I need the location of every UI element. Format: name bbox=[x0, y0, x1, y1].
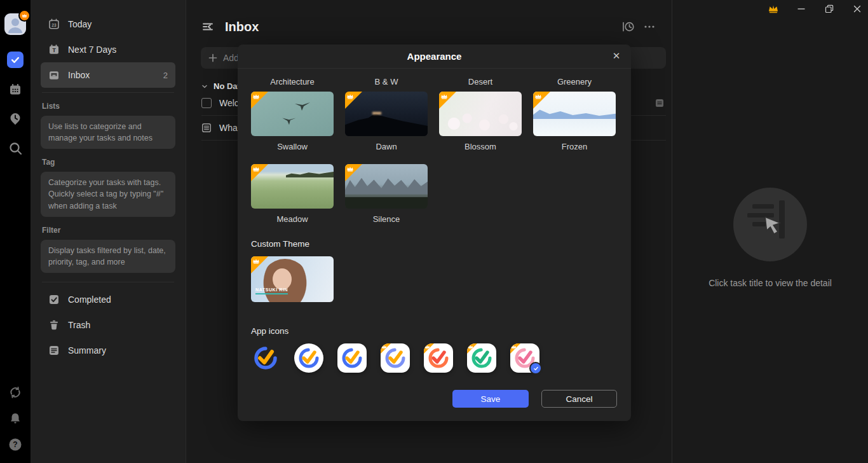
calendar-week-icon: T bbox=[48, 44, 60, 55]
premium-crown-icon[interactable] bbox=[765, 2, 782, 16]
sidebar-item-label: Today bbox=[68, 19, 92, 29]
dialog-title: Appearance bbox=[407, 51, 462, 62]
theme-name: Swallow bbox=[251, 142, 334, 151]
theme-option-meadow[interactable]: Meadow bbox=[251, 164, 334, 224]
note-icon bbox=[201, 123, 212, 133]
filter-tip: Display tasks filtered by list, date, pr… bbox=[41, 240, 175, 273]
bird-icon bbox=[281, 116, 297, 126]
theme-name: Meadow bbox=[251, 214, 334, 224]
bell-icon[interactable] bbox=[8, 411, 23, 426]
app-icon-option-pink-premium-selected[interactable] bbox=[510, 343, 539, 373]
section-header-filter: Filter bbox=[41, 226, 175, 235]
theme-name: Silence bbox=[345, 214, 428, 224]
theme-name: Dawn bbox=[345, 142, 428, 151]
sidebar-item-label: Summary bbox=[68, 345, 106, 356]
sidebar-item-next7days[interactable]: T Next 7 Days bbox=[41, 37, 175, 62]
theme-caption-row: Architecture B & W Desert Greenery bbox=[251, 77, 618, 86]
section-header-tag: Tag bbox=[41, 158, 175, 167]
task-detail-panel: Click task title to view the detail bbox=[672, 0, 868, 463]
theme-caption[interactable]: Architecture bbox=[251, 77, 334, 86]
sidebar-item-label: Next 7 Days bbox=[68, 45, 116, 55]
cancel-button[interactable]: Cancel bbox=[541, 390, 617, 408]
sidebar-item-trash[interactable]: Trash bbox=[41, 312, 175, 338]
theme-option-blossom[interactable]: Blossom bbox=[439, 92, 522, 151]
selected-check-badge bbox=[529, 362, 542, 375]
dialog-body: Architecture B & W Desert Greenery Swall… bbox=[238, 77, 631, 408]
restore-icon[interactable] bbox=[821, 2, 837, 16]
cursor-icon bbox=[764, 216, 783, 237]
sidebar-item-summary[interactable]: Summary bbox=[41, 338, 175, 363]
chevron-down-icon bbox=[201, 83, 208, 90]
sidebar-divider bbox=[42, 282, 174, 282]
app-icon-option-plain[interactable] bbox=[251, 343, 280, 373]
theme-option-swallow[interactable]: Swallow bbox=[251, 92, 334, 151]
theme-grid: Swallow Dawn Blossom Frozen bbox=[251, 92, 618, 224]
more-options-icon[interactable] bbox=[643, 20, 656, 33]
sidebar-divider bbox=[42, 92, 174, 93]
theme-option-silence[interactable]: Silence bbox=[345, 164, 428, 224]
sidebar: 23 Today T Next 7 Days Inbox 2 Lists Us bbox=[31, 0, 186, 463]
completed-icon bbox=[48, 294, 60, 305]
premium-crown-icon bbox=[251, 256, 268, 273]
collapse-sidebar-icon[interactable] bbox=[201, 20, 214, 33]
crown-badge-icon bbox=[18, 10, 31, 22]
app-icon-option-orange-premium[interactable] bbox=[424, 343, 453, 373]
app-icon-option-circle-blue[interactable] bbox=[294, 343, 323, 373]
calendar-nav-icon[interactable] bbox=[8, 82, 23, 97]
help-icon[interactable]: ? bbox=[8, 437, 23, 452]
premium-crown-icon bbox=[439, 92, 456, 109]
svg-text:?: ? bbox=[13, 440, 17, 449]
sync-icon[interactable] bbox=[8, 385, 23, 400]
tag-tip: Categorize your tasks with tags. Quickly… bbox=[41, 172, 175, 216]
custom-theme-option[interactable]: NATSUKI RIN bbox=[251, 256, 334, 302]
app-icon-option-blue[interactable] bbox=[337, 343, 367, 373]
sidebar-item-today[interactable]: 23 Today bbox=[41, 11, 175, 37]
search-icon[interactable] bbox=[8, 141, 23, 156]
focus-nav-icon[interactable] bbox=[8, 111, 23, 127]
activity-icon[interactable] bbox=[621, 20, 635, 34]
theme-option-frozen[interactable]: Frozen bbox=[533, 92, 616, 151]
app-icons-row bbox=[251, 343, 618, 373]
sidebar-item-inbox[interactable]: Inbox 2 bbox=[41, 62, 175, 88]
close-icon[interactable] bbox=[849, 2, 865, 16]
lists-tip: Use lists to categorize and manage your … bbox=[41, 116, 175, 149]
theme-name: Frozen bbox=[533, 142, 616, 151]
minimize-icon[interactable] bbox=[793, 2, 810, 16]
trash-icon bbox=[48, 319, 60, 331]
theme-name: Blossom bbox=[439, 142, 522, 151]
app-icon-option-green-premium[interactable] bbox=[467, 343, 496, 373]
task-title: Welc bbox=[219, 98, 239, 108]
section-header-lists: Lists bbox=[41, 102, 175, 111]
theme-option-dawn[interactable]: Dawn bbox=[345, 92, 428, 151]
task-note-indicator-icon bbox=[655, 99, 664, 107]
dialog-close-icon[interactable]: ✕ bbox=[610, 50, 623, 62]
sidebar-item-completed[interactable]: Completed bbox=[41, 287, 175, 312]
theme-caption[interactable]: Desert bbox=[439, 77, 522, 86]
tasks-nav-icon[interactable] bbox=[7, 52, 24, 68]
theme-caption[interactable]: B & W bbox=[345, 77, 428, 86]
avatar[interactable] bbox=[4, 13, 26, 35]
custom-theme-label: Custom Theme bbox=[251, 239, 618, 249]
premium-crown-icon bbox=[345, 164, 362, 181]
task-checkbox[interactable] bbox=[201, 98, 212, 108]
inbox-icon bbox=[48, 69, 60, 81]
summary-icon bbox=[48, 345, 60, 356]
dialog-footer: Save Cancel bbox=[251, 390, 618, 408]
app-icon-option-soft-blue-premium[interactable] bbox=[381, 343, 410, 373]
save-button[interactable]: Save bbox=[452, 390, 529, 408]
premium-crown-icon bbox=[345, 92, 362, 109]
appearance-dialog: Appearance ✕ Architecture B & W Desert G… bbox=[238, 45, 631, 421]
window-controls bbox=[754, 2, 865, 16]
premium-crown-icon bbox=[251, 92, 268, 109]
list-header-actions bbox=[621, 20, 656, 34]
page-title: Inbox bbox=[225, 20, 259, 34]
svg-text:T: T bbox=[52, 47, 56, 53]
custom-theme-credit: NATSUKI RIN bbox=[255, 287, 288, 294]
empty-state-message: Click task title to view the detail bbox=[709, 278, 832, 288]
plus-icon bbox=[208, 53, 217, 62]
empty-state-illustration bbox=[733, 188, 807, 261]
bird-icon bbox=[294, 100, 311, 112]
theme-caption[interactable]: Greenery bbox=[533, 77, 616, 86]
list-header: Inbox bbox=[186, 0, 672, 45]
dialog-header: Appearance ✕ bbox=[238, 45, 631, 69]
